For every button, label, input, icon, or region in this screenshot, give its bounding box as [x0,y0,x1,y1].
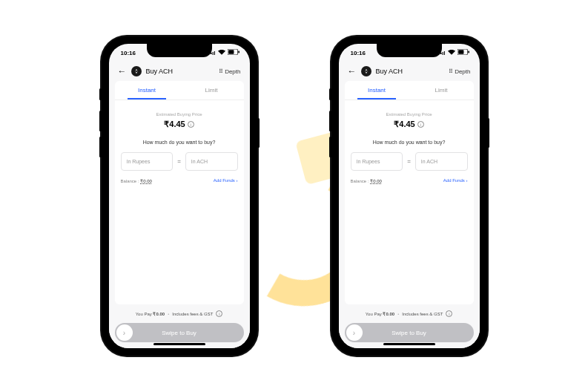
back-icon[interactable]: ← [348,66,357,76]
svg-rect-4 [458,50,463,54]
tabs: Instant Limit [345,81,474,100]
ach-input[interactable]: In ACH [415,152,468,171]
wifi-icon [218,49,225,56]
page-header: ← Buy ACH ⠿ Depth [109,62,250,81]
rupees-input[interactable]: In Rupees [121,152,174,171]
ach-input[interactable]: In ACH [185,152,238,171]
home-indicator[interactable] [383,343,435,345]
balance-row: Balance : ₹0.00 Add Funds › [121,178,238,183]
tab-limit[interactable]: Limit [179,81,244,99]
est-price-value: ₹4.45 i [121,120,238,129]
content: Estimated Buying Price ₹4.45 i How much … [115,100,244,304]
phone-mockup: 10:16 ••ıl ← Buy ACH ⠿ Depth [102,36,257,356]
balance-label: Balance : ₹0.00 [121,178,152,183]
buy-question: How much do you want to buy? [351,140,468,145]
balance-label: Balance : ₹0.00 [351,178,382,183]
svg-rect-2 [238,50,240,53]
tabs: Instant Limit [115,81,244,100]
equals-sign: = [177,158,181,165]
add-funds-link[interactable]: Add Funds › [443,178,468,183]
home-indicator[interactable] [153,343,205,345]
rupees-input[interactable]: In Rupees [351,152,403,171]
status-time: 10:16 [351,50,366,56]
coin-icon [131,66,142,76]
status-time: 10:16 [121,50,136,56]
input-row: In Rupees = In ACH [351,152,468,171]
pay-info: You Pay ₹0.00 • Includes fees & GST i [115,310,244,317]
info-icon[interactable]: i [446,310,452,317]
depth-button[interactable]: ⠿ Depth [449,68,470,75]
page-header: ← Buy ACH ⠿ Depth [339,62,480,81]
equals-sign: = [407,158,411,165]
tab-limit[interactable]: Limit [409,81,474,99]
back-icon[interactable]: ← [118,66,127,76]
coin-icon [361,66,371,76]
notch [147,44,212,57]
page-title: Buy ACH [146,68,215,75]
svg-rect-5 [468,50,469,53]
tab-instant[interactable]: Instant [345,81,409,99]
svg-rect-1 [228,50,234,54]
info-icon[interactable]: i [188,121,194,128]
pay-info: You Pay ₹0.00 • Includes fees & GST i [345,310,474,317]
input-row: In Rupees = In ACH [121,152,238,171]
info-icon[interactable]: i [417,121,424,128]
est-price-label: Estimated Buying Price [351,112,468,117]
footer: You Pay ₹0.00 • Includes fees & GST i › … [109,304,250,348]
balance-row: Balance : ₹0.00 Add Funds › [351,178,468,183]
battery-icon [228,49,240,56]
depth-button[interactable]: ⠿ Depth [219,68,240,75]
add-funds-link[interactable]: Add Funds › [214,178,238,183]
est-price-value: ₹4.45 i [351,120,468,129]
buy-question: How much do you want to buy? [121,140,238,145]
info-icon[interactable]: i [216,310,222,317]
page-title: Buy ACH [376,68,445,75]
notch [377,44,442,57]
est-price-label: Estimated Buying Price [121,112,238,117]
swipe-to-buy[interactable]: › Swipe to Buy [345,323,474,342]
content: Estimated Buying Price ₹4.45 i How much … [345,100,474,304]
wifi-icon [448,49,455,56]
tab-instant[interactable]: Instant [115,81,179,99]
swipe-to-buy[interactable]: › Swipe to Buy [115,323,244,342]
depth-icon: ⠿ [449,68,452,75]
battery-icon [457,49,469,56]
depth-icon: ⠿ [219,68,222,75]
phone-mockup: 10:16 ••ıl ← Buy ACH ⠿ Depth [331,36,487,356]
footer: You Pay ₹0.00 • Includes fees & GST i › … [339,304,480,348]
